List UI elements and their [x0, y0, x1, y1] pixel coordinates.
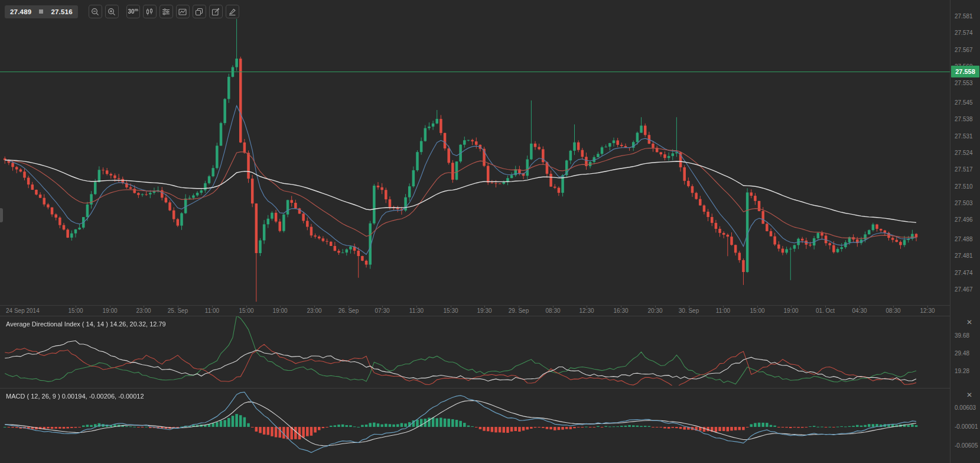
bid-price[interactable]: 27.489 — [10, 8, 31, 15]
time-axis-label: 11:00 — [205, 307, 219, 314]
time-axis[interactable]: 24 Sep 201415:0019:0023:0025. Sep11:0015… — [0, 305, 950, 316]
draw-button[interactable] — [226, 5, 239, 18]
time-axis-tick — [587, 306, 587, 307]
spread-indicator-icon — [39, 9, 43, 14]
time-axis-tick — [791, 306, 792, 307]
price-axis-label: 27.467 — [955, 286, 973, 293]
time-axis-label: 08:30 — [545, 307, 560, 314]
price-axis-label: 27.510 — [955, 183, 973, 190]
time-axis-tick — [757, 306, 758, 307]
zoom-in-icon — [108, 8, 116, 16]
adx-indicator-panel[interactable]: Average Directional Index ( 14, 14 ) 14.… — [0, 316, 950, 386]
timeframe-button[interactable]: 30m — [126, 5, 140, 18]
edit-annotations-button[interactable] — [209, 5, 223, 18]
chart-type-candles-button[interactable] — [143, 5, 157, 18]
trading-chart-window: 27.489 27.516 30m — [0, 0, 980, 463]
adx-close-button[interactable]: ✕ — [965, 318, 974, 327]
main-chart-canvas[interactable] — [0, 0, 950, 305]
price-axis-gutter[interactable]: 27.558 ✕ ✕ 27.58127.57427.56727.56027.55… — [950, 0, 980, 463]
current-price-line-label: 27.558 — [951, 66, 979, 77]
time-axis-label: 07:30 — [375, 307, 389, 314]
time-axis-label: 04:30 — [852, 307, 867, 314]
time-axis-tick — [859, 306, 860, 307]
time-axis-tick — [144, 306, 144, 307]
zoom-in-button[interactable] — [105, 5, 119, 18]
time-axis-label: 19:00 — [102, 307, 117, 314]
edit-icon — [211, 8, 220, 16]
macd-axis-label: 0.00603 — [955, 404, 976, 411]
time-axis-tick — [621, 306, 621, 307]
time-axis-tick — [451, 306, 451, 307]
time-axis-label: 23:00 — [136, 307, 151, 314]
time-axis-label: 11:30 — [409, 307, 424, 314]
adx-panel-title: Average Directional Index ( 14, 14 ) 14.… — [6, 320, 166, 328]
indicators-button[interactable] — [159, 5, 173, 18]
time-axis-label: 15:00 — [239, 307, 253, 314]
time-axis-label: 15:30 — [443, 307, 458, 314]
time-axis-label: 01. Oct — [816, 307, 835, 314]
time-axis-label: 08:30 — [885, 307, 900, 314]
time-axis-label: 30. Sep — [679, 307, 699, 314]
time-axis-label: 24 Sep 2014 — [6, 307, 40, 314]
time-axis-label: 29. Sep — [509, 307, 529, 314]
price-axis-label: 27.488 — [955, 236, 973, 242]
chart-mode-button[interactable] — [176, 5, 190, 18]
price-axis-label: 27.574 — [955, 30, 973, 36]
zoom-out-button[interactable] — [89, 5, 102, 18]
price-axis-label: 27.581 — [955, 13, 973, 20]
time-axis-label: 15:00 — [68, 307, 83, 314]
price-axis-label: 27.524 — [955, 150, 973, 156]
timeframe-label: 30m — [128, 8, 138, 15]
time-axis-label: 12:30 — [579, 307, 594, 314]
time-axis-label: 19:00 — [272, 307, 287, 314]
price-axis-label: 27.481 — [955, 252, 973, 259]
price-axis-label: 27.545 — [955, 99, 973, 106]
time-axis-tick — [76, 306, 76, 307]
macd-close-button[interactable]: ✕ — [965, 390, 974, 400]
time-axis-tick — [927, 306, 928, 307]
time-axis-tick — [382, 306, 383, 307]
price-axis-label: 27.531 — [955, 133, 973, 140]
time-axis-label: 20:30 — [647, 307, 662, 314]
chart-frame-icon — [178, 8, 187, 16]
sliders-icon — [162, 8, 170, 16]
price-axis-label: 27.496 — [955, 216, 973, 223]
time-axis-tick — [825, 306, 826, 307]
time-axis-tick — [349, 306, 349, 307]
candlestick-icon — [145, 8, 154, 16]
copy-icon — [195, 8, 203, 16]
main-chart-area[interactable] — [0, 0, 950, 305]
marker-pen-icon — [228, 8, 236, 16]
price-axis-label: 27.538 — [955, 116, 973, 122]
time-axis-label: 12:30 — [920, 307, 935, 314]
price-axis-label: 27.553 — [955, 80, 973, 86]
macd-panel-title: MACD ( 12, 26, 9 ) 0.00194, -0.00206, -0… — [6, 393, 144, 400]
macd-indicator-panel[interactable]: MACD ( 12, 26, 9 ) 0.00194, -0.00206, -0… — [0, 388, 950, 463]
price-axis-label: 27.517 — [955, 166, 973, 173]
time-axis-tick — [484, 306, 485, 307]
adx-axis-label: 39.68 — [955, 332, 969, 339]
time-axis-label: 15:00 — [750, 307, 764, 314]
time-axis-tick — [314, 306, 315, 307]
time-axis-label: 25. Sep — [168, 307, 188, 314]
time-axis-tick — [280, 306, 281, 307]
time-axis-label: 11:00 — [716, 307, 730, 314]
time-axis-tick — [655, 306, 656, 307]
ask-price[interactable]: 27.516 — [51, 8, 72, 15]
time-axis-label: 16:30 — [613, 307, 628, 314]
duplicate-chart-button[interactable] — [193, 5, 206, 18]
time-axis-tick — [553, 306, 554, 307]
price-axis-label: 27.474 — [955, 270, 973, 276]
macd-axis-label: -0.00605 — [955, 442, 978, 449]
time-axis-label: 19:30 — [477, 307, 491, 314]
time-axis-tick — [689, 306, 689, 307]
time-axis-tick — [893, 306, 894, 307]
time-axis-tick — [110, 306, 110, 307]
time-axis-tick — [519, 306, 519, 307]
zoom-out-icon — [91, 8, 99, 16]
sidebar-collapse-handle[interactable] — [0, 208, 3, 222]
adx-axis-label: 29.48 — [955, 350, 969, 357]
time-axis-label: 26. Sep — [338, 307, 359, 314]
adx-axis-label: 19.28 — [955, 368, 969, 374]
price-axis-label: 27.503 — [955, 200, 973, 206]
